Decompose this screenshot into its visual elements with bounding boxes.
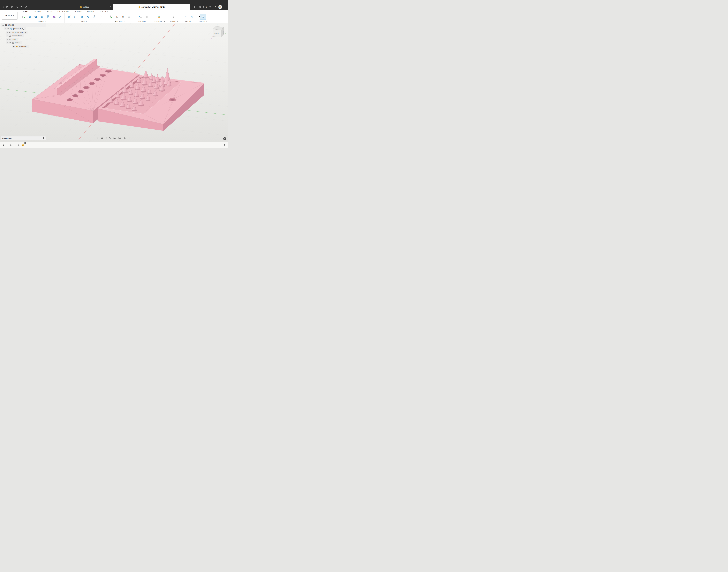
- automation-status-icon[interactable]: [223, 137, 226, 140]
- browser-item-origin[interactable]: Origin: [6, 38, 18, 41]
- add-comment-button[interactable]: [43, 137, 44, 139]
- chevron-down-icon[interactable]: [5, 28, 6, 29]
- group-select-label[interactable]: SELECT: [199, 20, 207, 22]
- tolerance-analysis-button[interactable]: [126, 14, 132, 20]
- configuration-table-button[interactable]: [143, 14, 149, 20]
- eye-icon[interactable]: [7, 28, 9, 30]
- save-button[interactable]: [10, 5, 14, 9]
- document-tab-untitled[interactable]: Untitled: [56, 4, 113, 10]
- hole-button[interactable]: [39, 14, 45, 20]
- timeline-mesh-feature[interactable]: [22, 144, 24, 147]
- pan-tool-button[interactable]: [105, 136, 108, 140]
- tab-solid[interactable]: SOLID: [20, 10, 31, 13]
- tab-surface[interactable]: SURFACE: [31, 10, 45, 13]
- step-forward-button[interactable]: [13, 143, 17, 147]
- construction-plane-button[interactable]: [156, 14, 162, 20]
- move-copy-button[interactable]: [97, 14, 103, 20]
- browser-item-unsaved[interactable]: (Unsaved): [4, 27, 26, 30]
- eye-icon[interactable]: [12, 45, 15, 48]
- notifications-bell-icon[interactable]: [208, 5, 212, 9]
- go-to-end-button[interactable]: [17, 143, 21, 147]
- group-insert-label[interactable]: INSERT: [186, 20, 193, 22]
- select-button[interactable]: [200, 14, 206, 20]
- revolve-button[interactable]: [33, 14, 39, 20]
- tab-manage[interactable]: MANAGE: [84, 10, 97, 13]
- chevron-right-icon[interactable]: [7, 35, 8, 37]
- group-modify: MODIFY: [65, 13, 105, 23]
- collapse-panel-icon[interactable]: [2, 25, 4, 25]
- viewports-button[interactable]: [129, 136, 133, 140]
- new-tab-plus-icon[interactable]: [193, 5, 197, 9]
- tab-utilities[interactable]: UTILITIES: [97, 10, 111, 13]
- design-document-icon: [138, 6, 140, 8]
- file-menu-button[interactable]: [6, 5, 10, 9]
- look-at-tool-button[interactable]: [100, 136, 104, 140]
- shell-button[interactable]: [79, 14, 85, 20]
- zoom-tool-button[interactable]: [109, 136, 112, 140]
- press-pull-button[interactable]: [67, 14, 73, 20]
- timeline-playhead[interactable]: [25, 143, 25, 147]
- close-tab-icon[interactable]: [188, 6, 189, 7]
- browser-header[interactable]: BROWSER: [1, 23, 46, 27]
- group-assemble-label[interactable]: ASSEMBLE: [115, 20, 125, 22]
- eye-off-icon[interactable]: [9, 38, 11, 41]
- close-tab-icon[interactable]: [110, 6, 111, 7]
- document-tab-active[interactable]: Aishaolokun-ET1-Project2*(1): [113, 4, 190, 10]
- fusion-app-window: Untitled Aishaolokun-ET1-Project2*(1) 1 …: [0, 0, 228, 148]
- go-to-start-button[interactable]: [1, 143, 5, 147]
- rectangular-pattern-button[interactable]: [45, 14, 51, 20]
- grid-settings-button[interactable]: [123, 136, 128, 140]
- tab-plastic[interactable]: PLASTIC: [72, 10, 85, 13]
- redo-button[interactable]: [19, 5, 23, 9]
- pipe-button[interactable]: [57, 14, 63, 20]
- insert-derive-button[interactable]: [183, 14, 189, 20]
- web-status-icon[interactable]: [198, 5, 202, 9]
- browser-item-bodies[interactable]: Bodies: [6, 41, 22, 45]
- view-cube[interactable]: Z RIGHT BACK X Y: [210, 23, 227, 39]
- job-status-button[interactable]: 1: [203, 5, 207, 9]
- chevron-right-icon[interactable]: [7, 39, 8, 40]
- eye-icon[interactable]: [9, 42, 11, 44]
- play-button[interactable]: [9, 143, 13, 147]
- canvas-button[interactable]: [189, 14, 195, 20]
- tab-mesh[interactable]: MESH: [44, 10, 55, 13]
- undo-button[interactable]: [15, 5, 19, 9]
- create-sketch-button[interactable]: [21, 14, 26, 20]
- chevron-right-icon[interactable]: [7, 32, 8, 33]
- minimize-panel-icon[interactable]: [43, 25, 44, 25]
- folder-icon: [9, 35, 11, 37]
- fillet-button[interactable]: [73, 14, 79, 20]
- group-create-label[interactable]: CREATE: [38, 20, 46, 22]
- browser-item-meshbody1[interactable]: MeshBody1: [12, 45, 29, 48]
- apps-grid-icon[interactable]: [1, 5, 5, 9]
- group-configure-label[interactable]: CONFIGURE: [138, 20, 148, 22]
- group-modify-label[interactable]: MODIFY: [81, 20, 89, 22]
- timeline-settings-gear-icon[interactable]: [223, 144, 226, 146]
- configure-button[interactable]: [137, 14, 143, 20]
- create-form-button[interactable]: [51, 14, 57, 20]
- step-back-button[interactable]: [5, 143, 9, 147]
- viewcube-axis-z: Z: [217, 24, 218, 26]
- new-component-button[interactable]: [108, 14, 114, 20]
- orbit-tool-button[interactable]: [95, 136, 100, 140]
- comments-bar[interactable]: COMMENTS: [1, 136, 46, 140]
- joint-button[interactable]: [114, 14, 120, 20]
- offset-face-button[interactable]: [91, 14, 97, 20]
- group-inspect-label[interactable]: INSPECT: [170, 20, 178, 22]
- browser-item-named-views[interactable]: Named Views: [6, 34, 24, 38]
- home-icon[interactable]: [24, 5, 28, 9]
- activate-radio-icon[interactable]: [22, 28, 24, 30]
- help-button[interactable]: ?: [213, 5, 217, 9]
- workspace-switcher[interactable]: DESIGN: [2, 12, 17, 19]
- chevron-down-icon[interactable]: [7, 43, 8, 43]
- extrude-button[interactable]: [27, 14, 32, 20]
- as-built-joint-button[interactable]: [120, 14, 126, 20]
- browser-item-document-settings[interactable]: Document Settings: [6, 31, 27, 34]
- display-settings-button[interactable]: [118, 136, 123, 140]
- combine-button[interactable]: [85, 14, 91, 20]
- tab-sheet-metal[interactable]: SHEET METAL: [55, 10, 72, 13]
- avatar[interactable]: AO: [218, 5, 222, 9]
- measure-button[interactable]: [171, 14, 177, 20]
- group-construct-label[interactable]: CONSTRUCT: [154, 20, 165, 22]
- window-zoom-tool-button[interactable]: [113, 136, 117, 140]
